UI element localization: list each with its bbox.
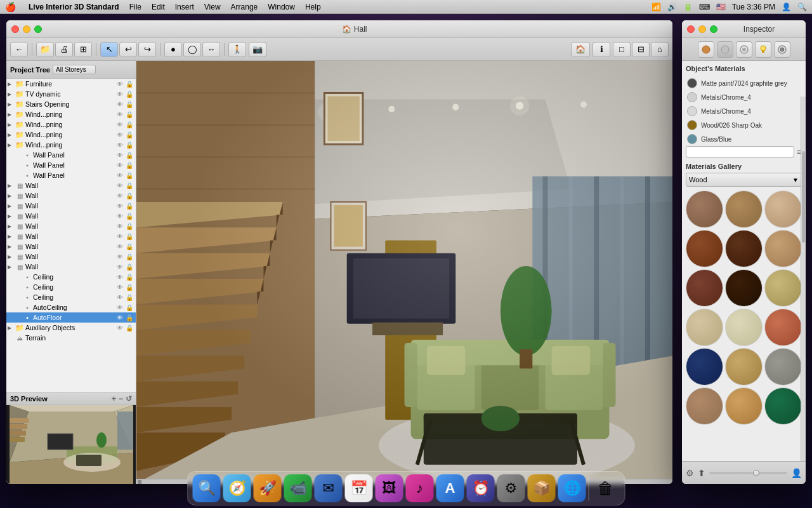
lock-icon[interactable]: 🔒 [126,284,134,291]
gallery-swatch-8[interactable] [725,269,763,307]
eye-icon[interactable]: 👁 [117,253,126,260]
lock-icon[interactable]: 🔒 [126,131,134,138]
storeys-select[interactable]: All Storeys [53,65,96,74]
tree-item-wallpanel3[interactable]: ▪ Wall Panel 👁 🔒 [6,170,136,180]
material-item-3[interactable]: Metals/Chrome_4 [686,104,802,118]
eye-icon[interactable]: 👁 [117,81,126,88]
gallery-swatch-7[interactable] [686,269,723,307]
lock-icon[interactable]: 🔒 [126,121,134,128]
tree-item-ceiling1[interactable]: ▪ Ceiling 👁 🔒 [6,272,136,282]
dock-safari[interactable]: 🧭 [223,474,251,502]
back-button[interactable]: ← [10,42,28,57]
tree-item-wallpanel1[interactable]: ▪ Wall Panel 👁 🔒 [6,150,136,160]
dock-package[interactable]: 📦 [528,474,556,502]
dot-tool-1[interactable]: ● [164,42,182,57]
lock-icon[interactable]: 🔒 [126,101,134,108]
eye-icon[interactable]: 👁 [117,131,126,138]
settings-button[interactable]: ⚙ [686,468,694,478]
eye-icon[interactable]: 👁 [117,304,126,311]
eye-icon[interactable]: 👁 [117,314,126,321]
eye-icon[interactable]: 👁 [117,223,126,230]
camera-tool[interactable]: 📷 [249,42,266,57]
material-item-4[interactable]: Wood/026 Sharp Oak [686,118,802,132]
tab-textures[interactable] [717,41,733,58]
eye-icon[interactable]: 👁 [117,152,126,159]
import-button[interactable]: ⬆ [698,468,705,478]
lock-icon[interactable]: 🔒 [126,314,134,321]
lock-icon[interactable]: 🔒 [126,182,134,189]
lock-icon[interactable]: 🔒 [126,233,134,240]
app-name[interactable]: Live Interior 3D Standard [29,3,119,11]
gallery-swatch-4[interactable] [686,230,723,267]
eye-icon[interactable]: 👁 [117,182,126,189]
gallery-dropdown[interactable]: Wood ▼ [686,173,802,187]
home-icon-button[interactable]: 🏠 [571,42,590,57]
dock-sysprefs[interactable]: ⚙ [497,474,525,502]
spotlight-icon[interactable]: 🔍 [797,3,807,11]
tree-item-furniture[interactable]: ▶ 📁 Furniture 👁 🔒 [6,79,136,89]
menu-view[interactable]: View [204,3,221,11]
eye-icon[interactable]: 👁 [117,192,126,199]
menu-edit[interactable]: Edit [152,3,165,11]
person-button[interactable]: 👤 [791,468,802,478]
eye-icon[interactable]: 👁 [117,284,126,291]
select-tool[interactable]: ↖ [100,42,118,57]
tab-colors[interactable] [736,41,752,58]
lock-icon[interactable]: 🔒 [126,111,134,118]
menu-file[interactable]: File [129,3,141,11]
gallery-swatch-16[interactable] [686,387,723,425]
apple-menu[interactable]: 🍎 [5,2,16,12]
zoom-slider[interactable] [709,472,787,474]
gallery-swatch-10[interactable] [686,309,723,346]
eye-icon[interactable]: 👁 [117,264,126,271]
person-tool[interactable]: 🚶 [228,42,246,57]
inspector-minimize[interactable] [698,25,706,33]
gallery-swatch-18[interactable] [764,387,802,425]
gallery-swatch-12[interactable] [764,309,802,346]
dot-tool-2[interactable]: ◯ [183,42,201,57]
tree-item-wall7[interactable]: ▶ ▦ Wall 👁 🔒 [6,241,136,251]
lock-icon[interactable]: 🔒 [126,304,134,311]
tab-materials[interactable] [698,41,714,58]
dock-trash[interactable]: 🗑 [592,474,620,502]
eye-icon[interactable]: 👁 [117,142,126,149]
gallery-swatch-6[interactable] [764,230,802,267]
lock-icon[interactable]: 🔒 [126,223,134,230]
material-item-1[interactable]: Matte paint/7024 graphite grey [686,76,802,90]
maximize-button[interactable] [34,25,42,33]
viewport[interactable] [136,61,672,484]
eye-icon[interactable]: 👁 [117,101,126,108]
tree-item-wind1[interactable]: ▶ 📁 Wind...pning 👁 🔒 [6,109,136,119]
folder-button[interactable]: 📁 [36,42,54,57]
gallery-swatch-13[interactable] [686,348,723,385]
eye-icon[interactable]: 👁 [117,172,126,179]
refresh-btn[interactable]: ↺ [126,394,132,403]
menu-insert[interactable]: Insert [175,3,194,11]
lock-icon[interactable]: 🔒 [126,264,134,271]
gallery-swatch-3[interactable] [764,190,802,228]
lock-icon[interactable]: 🔒 [126,213,134,220]
tree-item-tv[interactable]: ▶ 📁 TV dynamic 👁 🔒 [6,89,136,99]
eye-icon[interactable]: 👁 [117,203,126,210]
redo-button[interactable]: ↪ [138,42,156,57]
tree-item-autofloor[interactable]: ▪ AutoFloor 👁 🔒 [6,312,136,323]
tab-settings[interactable] [774,41,790,58]
lock-icon[interactable]: 🔒 [126,142,134,149]
minimize-button[interactable] [23,25,30,33]
lock-icon[interactable]: 🔒 [126,274,134,281]
undo-button[interactable]: ↩ [119,42,137,57]
inspector-scrollbar[interactable] [801,97,806,461]
dock-itunes[interactable]: ♪ [406,474,434,502]
tree-item-wall5[interactable]: ▶ ▦ Wall 👁 🔒 [6,221,136,231]
tree-item-wind2[interactable]: ▶ 📁 Wind...pning 👁 🔒 [6,119,136,130]
arrow-tool[interactable]: ↔ [202,42,220,57]
tree-item-wall1[interactable]: ▶ ▦ Wall 👁 🔒 [6,180,136,190]
lock-icon[interactable]: 🔒 [126,172,134,179]
dock-mail[interactable]: ✉ [315,474,343,502]
eye-icon[interactable]: 👁 [117,233,126,240]
gallery-swatch-9[interactable] [764,269,802,307]
lock-icon[interactable]: 🔒 [126,91,134,98]
dock-photos[interactable]: 🖼 [376,474,403,502]
tree-item-stairs[interactable]: ▶ 📁 Stairs Opening 👁 🔒 [6,99,136,109]
gallery-swatch-1[interactable] [686,190,723,228]
